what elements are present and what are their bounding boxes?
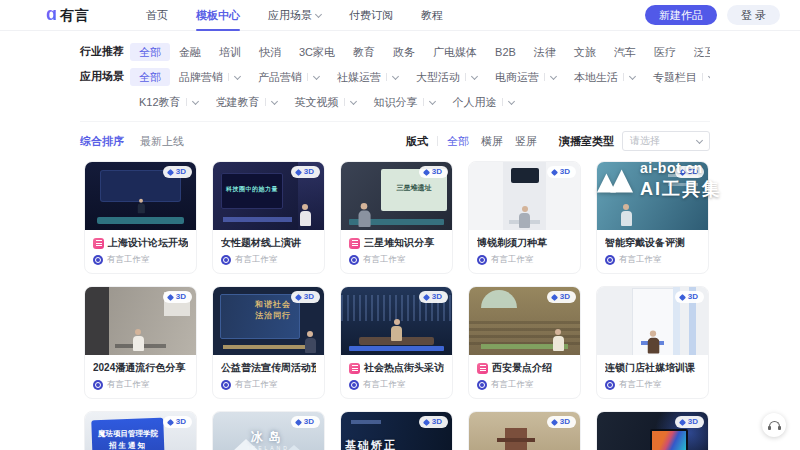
template-card[interactable]: 三星堆遗址 3D 三星堆知识分享 有言工作室 [340,161,453,274]
scene-option-all[interactable]: 全部 [130,68,170,86]
industry-option[interactable]: 快消 [250,43,290,61]
chevron-down-icon [271,97,278,104]
template-card[interactable]: 3D 连锁门店社媒培训课 有言工作室 [596,286,709,399]
3d-badge-label: 3D [560,292,570,302]
scene-option[interactable]: 电商运营 [486,68,565,86]
industry-option[interactable]: 文旅 [565,43,605,61]
scene-option-label: 个人用途 [453,94,497,110]
card-author: 有言工作室 [235,379,278,391]
industry-option[interactable]: 广电媒体 [424,43,486,61]
template-card[interactable]: 基础矫正 3D [340,411,453,450]
card-title-row: 连锁门店社媒培训课 [605,361,700,375]
studio-type-select[interactable]: 请选择 [622,131,710,151]
card-author: 有言工作室 [491,379,534,391]
template-card[interactable]: 3D [596,411,709,450]
template-card[interactable]: 科技圈中的她力量 3D 女性题材线上演讲 有言工作室 [212,161,325,274]
nav-pricing[interactable]: 付费订阅 [335,0,407,31]
scene-option[interactable]: 党建教育 [207,93,286,111]
nav-tutorials[interactable]: 教程 [407,0,457,31]
scene-option[interactable]: 本地生活 [565,68,644,86]
nav-use-cases[interactable]: 应用场景 [254,0,335,31]
layout-option-all[interactable]: 全部 [447,134,469,149]
template-thumbnail: 3D [597,162,708,230]
divider [465,73,466,81]
industry-option[interactable]: 泛互联网 [685,43,710,61]
3d-badge-label: 3D [176,292,186,302]
sort-comprehensive[interactable]: 综合排序 [80,134,124,149]
scene-filter-label: 应用场景 [80,68,130,84]
layout-option-landscape[interactable]: 横屏 [481,134,503,149]
scene-option[interactable]: 大型活动 [407,68,486,86]
thumb-decor [219,439,273,450]
login-button[interactable]: 登 录 [727,5,780,25]
3d-badge: 3D [163,166,192,178]
scene-option[interactable]: 专题栏目 [644,68,710,86]
scene-option-label: K12教育 [139,94,181,110]
industry-option[interactable]: 3C家电 [290,43,344,61]
sort-newest[interactable]: 最新上线 [140,134,184,149]
industry-option-all[interactable]: 全部 [130,43,170,61]
scene-option[interactable]: 知识分享 [365,93,444,111]
template-card[interactable]: 和谐社会 法治同行 3D 公益普法宣传周活动预告 有言工作室 [212,286,325,399]
template-card[interactable]: 3D 西安景点介绍 有言工作室 [468,286,581,399]
industry-option[interactable]: 医疗 [645,43,685,61]
card-author-row: 有言工作室 [349,379,444,391]
template-card[interactable]: 3D 上海设计论坛开场主持 有言工作室 [84,161,197,274]
card-info: 博锐剃须刀种草 有言工作室 [469,230,580,273]
scene-option[interactable]: 品牌营销 [170,68,249,86]
industry-options: 全部 金融培训快消3C家电教育政务广电媒体B2B法律文旅汽车医疗泛互联网通用 [130,43,710,61]
industry-filter-row: 行业推荐 全部 金融培训快消3C家电教育政务广电媒体B2B法律文旅汽车医疗泛互联… [80,43,710,61]
divider [437,136,438,146]
template-card[interactable]: 3D 社会热点街头采访连线 有言工作室 [340,286,453,399]
template-card[interactable]: 3D 博锐剃须刀种草 有言工作室 [468,161,581,274]
industry-option[interactable]: 教育 [344,43,384,61]
layout-option-portrait[interactable]: 竖屏 [515,134,537,149]
customer-support-button[interactable] [762,413,786,437]
hot-badge [477,363,488,374]
cube-icon [167,418,174,425]
brand-logo[interactable]: ɑ 有言 [46,5,90,25]
cube-icon [295,168,302,175]
card-title: 上海设计论坛开场主持 [108,236,188,250]
top-header: ɑ 有言 首页 模板中心 应用场景 付费订阅 教程 新建作品 登 录 [0,0,800,31]
industry-option[interactable]: 汽车 [605,43,645,61]
industry-option[interactable]: 法律 [525,43,565,61]
industry-option[interactable]: 培训 [210,43,250,61]
template-thumbnail: 3D [597,412,708,450]
template-thumbnail: 科技圈中的她力量 3D [213,162,324,230]
template-thumbnail: 3D [341,287,452,355]
scene-option[interactable]: 个人用途 [444,93,523,111]
chevron-down-icon [629,72,636,79]
industry-option[interactable]: 政务 [384,43,424,61]
template-card[interactable]: 冰岛 ICELAND 3D [212,411,325,450]
presenter-figure [518,206,532,228]
template-card[interactable]: 3D 智能穿戴设备评测 有言工作室 [596,161,709,274]
scene-option[interactable]: 产品营销 [249,68,328,86]
chevron-down-icon [429,97,436,104]
template-card[interactable]: 3D [468,411,581,450]
filter-panel: 行业推荐 全部 金融培训快消3C家电教育政务广电媒体B2B法律文旅汽车医疗泛互联… [0,31,800,111]
template-card[interactable]: 3D 2024潘通流行色分享 有言工作室 [84,286,197,399]
template-card[interactable]: 魔珐项目管理学院 招生通知 3D [84,411,197,450]
create-work-button[interactable]: 新建作品 [645,5,717,25]
scene-option-label: 知识分享 [374,94,418,110]
scene-option[interactable]: K12教育 [130,93,207,111]
3d-badge: 3D [675,416,704,428]
nav-template-center[interactable]: 模板中心 [182,0,254,31]
presenter-figure [645,330,660,353]
industry-option[interactable]: 金融 [170,43,210,61]
thumb-screen [650,429,688,450]
cube-icon [551,418,558,425]
scene-option[interactable]: 社媒运营 [328,68,407,86]
3d-badge-label: 3D [688,167,698,177]
3d-badge-label: 3D [176,417,186,427]
card-title-row: 智能穿戴设备评测 [605,236,700,250]
divider [344,98,345,106]
3d-badge: 3D [675,291,704,303]
industry-option[interactable]: B2B [486,43,525,61]
scene-option[interactable]: 英文视频 [286,93,365,111]
studio-avatar-icon [477,255,487,265]
thumb-decor [272,445,316,450]
studio-avatar-icon [93,255,103,265]
nav-home[interactable]: 首页 [132,0,182,31]
